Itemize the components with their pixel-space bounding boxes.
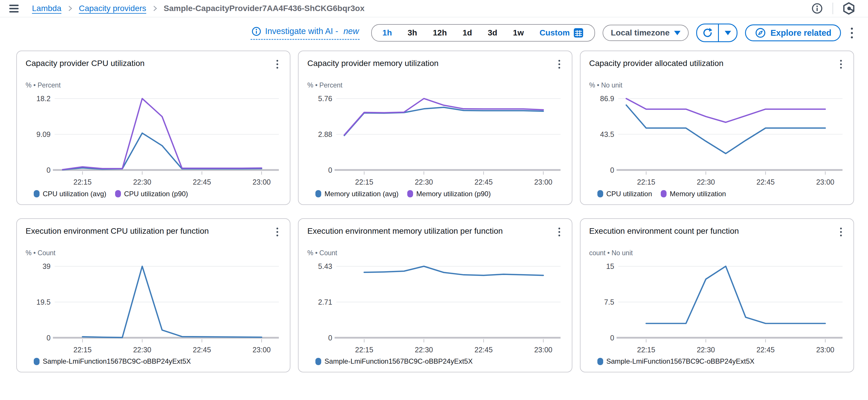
dashboard-toolbar: Investigate with AI -new 1h 3h 12h 1d 3d… — [0, 24, 868, 42]
chart-card: Capacity provider allocated utilization … — [580, 51, 854, 205]
legend-item[interactable]: Sample-LmiFunction1567BC9C-oBBP24yExt5X — [34, 357, 191, 365]
time-range-1d[interactable]: 1d — [455, 25, 480, 41]
chart-options-button[interactable] — [274, 226, 281, 238]
svg-text:22:15: 22:15 — [355, 178, 373, 186]
svg-text:23:00: 23:00 — [253, 178, 271, 186]
explore-related-button[interactable]: Explore related — [745, 24, 841, 41]
svg-text:22:45: 22:45 — [193, 178, 211, 186]
investigate-with-ai-link[interactable]: Investigate with AI -new — [251, 26, 360, 40]
chart-options-button[interactable] — [556, 58, 563, 70]
svg-text:23:00: 23:00 — [534, 178, 552, 186]
svg-text:22:15: 22:15 — [637, 178, 655, 186]
chart-title: Capacity provider allocated utilization — [589, 58, 723, 69]
svg-text:22:45: 22:45 — [475, 178, 493, 186]
legend-item[interactable]: Sample-LmiFunction1567BC9C-oBBP24yExt5X — [315, 357, 473, 365]
legend-item[interactable]: CPU utilization (p90) — [115, 190, 188, 198]
chart-title: Execution environment memory utilization… — [307, 226, 503, 236]
svg-text:2.88: 2.88 — [318, 130, 333, 139]
svg-text:23:00: 23:00 — [534, 345, 552, 353]
cloudshell-icon[interactable] — [841, 1, 856, 16]
svg-text:0: 0 — [610, 334, 614, 342]
header-divider — [833, 3, 833, 14]
line-chart: 22:1522:3022:4523:00157.50 — [589, 260, 845, 357]
chart-options-button[interactable] — [837, 58, 845, 70]
svg-text:22:15: 22:15 — [73, 178, 92, 186]
vertical-ellipsis-icon — [840, 60, 842, 69]
chart-card: Capacity provider memory utilization % •… — [298, 51, 572, 205]
svg-text:22:45: 22:45 — [193, 345, 211, 353]
line-chart: 22:1522:3022:4523:003919.50 — [26, 260, 281, 357]
time-range-custom[interactable]: Custom — [532, 25, 592, 41]
chart-card: Execution environment memory utilization… — [298, 218, 572, 373]
svg-text:22:15: 22:15 — [637, 345, 655, 353]
chevron-down-icon — [674, 31, 681, 35]
chart-title: Capacity provider CPU utilization — [26, 58, 145, 69]
toolbar-overflow-menu[interactable] — [848, 25, 855, 41]
legend-item[interactable]: Memory utilization — [661, 190, 726, 198]
time-range-1w[interactable]: 1w — [505, 25, 532, 41]
legend-item[interactable]: Memory utilization (avg) — [315, 190, 399, 198]
legend-color-marker — [407, 190, 413, 197]
legend-item[interactable]: CPU utilization (avg) — [34, 190, 106, 198]
svg-text:43.5: 43.5 — [600, 130, 614, 139]
svg-text:5.43: 5.43 — [318, 262, 333, 270]
compass-icon — [755, 27, 766, 39]
breadcrumb-capacity-providers-link[interactable]: Capacity providers — [79, 4, 146, 13]
chart-legend: Sample-LmiFunction1567BC9C-oBBP24yExt5X — [34, 357, 281, 365]
svg-text:22:45: 22:45 — [475, 345, 493, 353]
header-actions — [810, 1, 861, 16]
svg-text:22:45: 22:45 — [756, 345, 774, 353]
breadcrumb-lambda-link[interactable]: Lambda — [32, 4, 61, 13]
chart-title: Capacity provider memory utilization — [307, 58, 438, 69]
chart-legend: Sample-LmiFunction1567BC9C-oBBP24yExt5X — [597, 357, 845, 365]
time-range-1h[interactable]: 1h — [375, 25, 400, 41]
chart-card: Execution environment CPU utilization pe… — [16, 218, 290, 373]
svg-text:22:30: 22:30 — [697, 178, 715, 186]
top-navigation-bar: Lambda Capacity providers Sample-Capacit… — [0, 0, 868, 18]
line-chart: 22:1522:3022:4523:005.432.710 — [307, 260, 563, 357]
breadcrumb-current-page: Sample-CapacityProvider7AA4F436-ShCKG6bq… — [164, 4, 365, 13]
time-range-control: 1h 3h 12h 1d 3d 1w Custom — [371, 24, 595, 41]
legend-label: Sample-LmiFunction1567BC9C-oBBP24yExt5X — [607, 357, 755, 365]
legend-label: Memory utilization (p90) — [416, 190, 491, 198]
vertical-ellipsis-icon — [276, 60, 278, 69]
svg-text:22:30: 22:30 — [133, 178, 151, 186]
svg-text:19.5: 19.5 — [36, 298, 51, 306]
legend-label: CPU utilization — [607, 190, 652, 198]
svg-text:22:45: 22:45 — [756, 178, 774, 186]
chart-options-button[interactable] — [556, 226, 563, 238]
legend-label: Memory utilization — [670, 190, 726, 198]
legend-item[interactable]: Memory utilization (p90) — [407, 190, 491, 198]
info-icon — [251, 26, 261, 37]
chart-card: Capacity provider CPU utilization % • Pe… — [16, 51, 290, 205]
vertical-ellipsis-icon — [558, 60, 560, 69]
legend-item[interactable]: CPU utilization — [597, 190, 652, 198]
time-range-3d[interactable]: 3d — [480, 25, 505, 41]
legend-color-marker — [115, 190, 121, 197]
legend-label: CPU utilization (p90) — [124, 190, 188, 198]
svg-text:22:30: 22:30 — [133, 345, 151, 353]
legend-color-marker — [315, 190, 321, 197]
refresh-button[interactable] — [697, 24, 718, 41]
chart-unit-label: % • Count — [26, 249, 281, 257]
legend-color-marker — [597, 190, 603, 197]
chart-unit-label: % • Percent — [26, 82, 281, 89]
svg-text:23:00: 23:00 — [816, 345, 834, 353]
legend-item[interactable]: Sample-LmiFunction1567BC9C-oBBP24yExt5X — [597, 357, 755, 365]
calendar-icon — [573, 28, 584, 38]
chart-options-button[interactable] — [274, 58, 281, 70]
svg-text:5.76: 5.76 — [318, 94, 333, 103]
info-icon[interactable] — [810, 1, 825, 16]
chart-legend: Memory utilization (avg)Memory utilizati… — [315, 190, 563, 198]
time-range-3h[interactable]: 3h — [400, 25, 425, 41]
refresh-options-button[interactable] — [718, 24, 737, 41]
svg-text:22:30: 22:30 — [415, 178, 433, 186]
svg-text:86.9: 86.9 — [600, 94, 614, 103]
chart-unit-label: % • Count — [307, 249, 563, 257]
vertical-ellipsis-icon — [558, 227, 560, 236]
time-range-12h[interactable]: 12h — [425, 25, 455, 41]
chevron-right-icon — [151, 4, 158, 12]
menu-icon[interactable] — [7, 3, 20, 14]
timezone-dropdown[interactable]: Local timezone — [602, 25, 689, 41]
chart-options-button[interactable] — [837, 226, 845, 238]
